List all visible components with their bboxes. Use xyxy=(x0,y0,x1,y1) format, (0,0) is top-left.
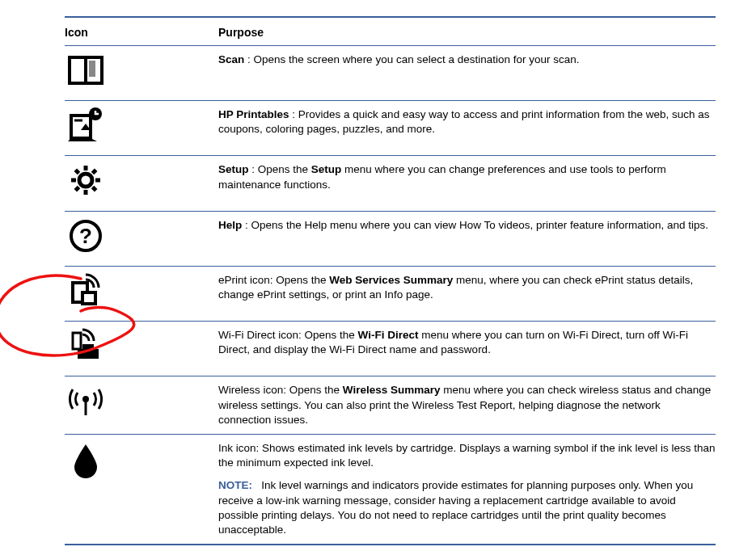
svg-rect-20 xyxy=(78,349,99,359)
eprint-icon xyxy=(66,271,105,310)
row-title: Setup xyxy=(218,163,249,175)
purpose-cell: HP Printables : Provides a quick and eas… xyxy=(218,101,716,156)
row-title: Help xyxy=(218,219,242,231)
table-row: Ink icon: Shows estimated ink levels by … xyxy=(65,434,716,545)
svg-rect-21 xyxy=(82,344,94,349)
row-label: ePrint icon: xyxy=(218,274,276,286)
icon-reference-table: Icon Purpose Scan : Opens the screen whe… xyxy=(0,0,756,551)
svg-marker-3 xyxy=(68,138,97,141)
printables-icon xyxy=(66,106,105,145)
svg-rect-19 xyxy=(82,292,95,304)
purpose-cell: ePrint icon: Opens the Web Services Summ… xyxy=(218,266,716,321)
table-row: ePrint icon: Opens the Web Services Summ… xyxy=(65,266,716,321)
svg-rect-2 xyxy=(89,61,95,77)
svg-line-13 xyxy=(75,187,78,191)
svg-line-12 xyxy=(93,170,96,174)
table-row: ? Help : Opens the Help menu where you c… xyxy=(65,211,716,266)
row-label: Wi-Fi Direct icon: xyxy=(218,329,305,341)
table-row: Scan : Opens the screen where you can se… xyxy=(65,46,716,101)
setup-icon xyxy=(66,161,105,200)
ink-icon xyxy=(66,440,105,478)
row-title: HP Printables xyxy=(218,108,289,120)
table-row: Wi-Fi Direct icon: Opens the Wi-Fi Direc… xyxy=(65,322,716,376)
svg-text:?: ? xyxy=(79,224,92,248)
purpose-cell: Wi-Fi Direct icon: Opens the Wi-Fi Direc… xyxy=(218,322,716,376)
svg-line-15 xyxy=(75,170,78,174)
table-row: HP Printables : Provides a quick and eas… xyxy=(65,101,716,156)
svg-point-7 xyxy=(79,174,92,187)
wireless-icon xyxy=(66,381,105,420)
purpose-cell: Help : Opens the Help menu where you can… xyxy=(218,211,716,266)
purpose-cell: Ink icon: Shows estimated ink levels by … xyxy=(218,434,716,545)
purpose-cell: Scan : Opens the screen where you can se… xyxy=(218,46,716,101)
help-icon: ? xyxy=(66,217,105,255)
row-title: Scan xyxy=(218,53,244,65)
svg-line-14 xyxy=(93,187,96,191)
purpose-cell: Setup : Opens the Setup menu where you c… xyxy=(218,156,716,211)
wifi-direct-icon xyxy=(66,326,105,365)
svg-rect-22 xyxy=(73,333,81,349)
row-label: Ink icon: xyxy=(218,442,262,454)
header-icon: Icon xyxy=(65,17,218,46)
table-row: Setup : Opens the Setup menu where you c… xyxy=(65,156,716,211)
note-text: Ink level warnings and indicators provid… xyxy=(218,479,693,536)
icons-table: Icon Purpose Scan : Opens the screen whe… xyxy=(65,16,716,545)
table-row: Wireless icon: Opens the Wireless Summar… xyxy=(65,376,716,435)
note-label: NOTE: xyxy=(218,479,252,491)
scan-icon xyxy=(66,51,105,90)
purpose-cell: Wireless icon: Opens the Wireless Summar… xyxy=(218,376,716,435)
row-label: Wireless icon: xyxy=(218,384,289,396)
header-purpose: Purpose xyxy=(218,17,716,46)
